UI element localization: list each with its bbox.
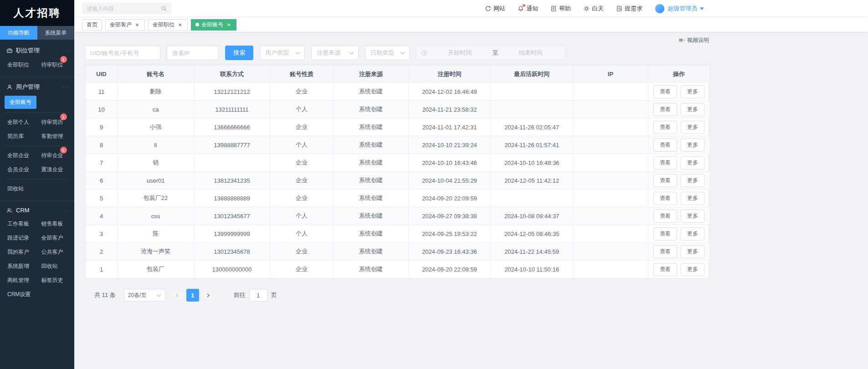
- tags-view-tab[interactable]: 全部客户×: [105, 19, 145, 31]
- table-row: 3陈13999999999个人系统创建2024-09-25 19:53:2220…: [86, 225, 710, 243]
- more-button[interactable]: 更多: [681, 121, 704, 134]
- tag-label: 全部客户: [110, 21, 132, 29]
- more-button[interactable]: 更多: [681, 245, 704, 258]
- view-button[interactable]: 查看: [653, 121, 677, 134]
- feedback-button[interactable]: 提需求: [616, 5, 642, 13]
- theme-toggle-button[interactable]: 白天: [583, 5, 604, 13]
- sidebar-item[interactable]: 置顶企业: [38, 163, 68, 177]
- tab-system-menu[interactable]: 系统菜单: [37, 26, 75, 40]
- sidebar-item[interactable]: 我的客户: [4, 245, 34, 259]
- close-icon[interactable]: ×: [177, 21, 183, 28]
- more-button[interactable]: 更多: [681, 192, 704, 205]
- sidebar-item[interactable]: 全部企业: [4, 149, 34, 163]
- cell-actions: 查看更多: [648, 207, 710, 225]
- more-button[interactable]: 更多: [681, 174, 704, 187]
- sidebar-item[interactable]: 工作看板: [4, 217, 34, 231]
- tags-view-tab[interactable]: 首页: [82, 19, 102, 31]
- sidebar-item[interactable]: 会员企业: [4, 163, 34, 177]
- prev-page-button[interactable]: [171, 289, 184, 302]
- global-search-box[interactable]: [82, 3, 171, 14]
- sidebar-item[interactable]: 简历库: [4, 129, 34, 144]
- sidebar-item[interactable]: 待审简历1: [38, 115, 68, 129]
- sidebar-item-label: 简历库: [7, 133, 24, 139]
- user-type-select[interactable]: 用户类型: [260, 46, 305, 60]
- menu-group: 全部个人待审简历1简历库客勤管理: [0, 115, 74, 144]
- sidebar-section-header-crm[interactable]: CRM···: [0, 203, 74, 217]
- help-button[interactable]: 帮助: [550, 5, 571, 13]
- view-button[interactable]: 查看: [653, 156, 677, 169]
- sidebar-section-header-users[interactable]: 用户管理···: [0, 79, 74, 94]
- sidebar-item-current[interactable]: 全部账号: [5, 96, 36, 109]
- cell-uid: 5: [86, 190, 118, 207]
- page-size-select[interactable]: 20条/页: [124, 289, 165, 302]
- sidebar-section-header-positions[interactable]: 职位管理···: [0, 42, 74, 58]
- more-button[interactable]: 更多: [681, 227, 704, 241]
- sidebar-item[interactable]: 标签历史: [38, 273, 68, 287]
- cell-active-time: 2024-11-26 02:05:47: [491, 118, 573, 136]
- sidebar-item-label: 待审职位: [41, 62, 63, 68]
- view-button[interactable]: 查看: [653, 263, 677, 276]
- sidebar-item[interactable]: 待审企业5: [38, 149, 68, 163]
- tags-view-tab[interactable]: 全部账号×: [191, 19, 236, 31]
- global-search-input[interactable]: [87, 5, 161, 12]
- sidebar-item[interactable]: 商机管理: [4, 273, 34, 287]
- video-help-link[interactable]: 视频说明: [85, 36, 709, 44]
- search-button[interactable]: 搜索: [225, 46, 253, 60]
- cell-source: 系统创建: [334, 190, 409, 207]
- more-button[interactable]: 更多: [681, 156, 704, 169]
- tab-function-nav[interactable]: 功能导航: [0, 26, 37, 40]
- view-button[interactable]: 查看: [653, 210, 677, 223]
- sidebar-item[interactable]: 系统新增: [4, 259, 34, 273]
- view-button[interactable]: 查看: [653, 227, 677, 241]
- register-source-select[interactable]: 注册来源: [311, 46, 359, 60]
- notifications-button[interactable]: 通知: [518, 5, 538, 13]
- chevron-right-icon: [206, 293, 210, 298]
- sidebar: 人才招聘 功能导航 系统菜单 职位管理···全部职位待审职位1用户管理···全部…: [0, 0, 74, 369]
- goto-page-input[interactable]: [249, 289, 267, 302]
- user-menu[interactable]: 超级管理员: [655, 4, 704, 14]
- page-number-button[interactable]: 1: [186, 289, 199, 302]
- sidebar-item[interactable]: 全部职位: [4, 58, 34, 72]
- more-button[interactable]: 更多: [681, 85, 704, 98]
- sidebar-item[interactable]: 全部个人: [4, 115, 34, 129]
- ip-search-input[interactable]: [167, 46, 219, 60]
- sidebar-item[interactable]: CRM设置: [4, 287, 34, 302]
- more-button[interactable]: 更多: [681, 210, 704, 223]
- cell-name: user01: [118, 172, 194, 190]
- sidebar-item[interactable]: 待审职位1: [38, 58, 68, 72]
- date-range-picker[interactable]: 开始时间 至 结束时间: [416, 46, 565, 60]
- website-link[interactable]: 网站: [485, 5, 505, 13]
- cell-uid: 9: [86, 118, 118, 136]
- briefcase-icon: [6, 47, 13, 54]
- table-header: UID账号名联系方式账号性质注册来源注册时间最后活跃时间IP操作: [86, 66, 710, 83]
- view-button[interactable]: 查看: [653, 103, 677, 116]
- more-button[interactable]: 更多: [681, 103, 704, 116]
- view-button[interactable]: 查看: [653, 245, 677, 258]
- cell-active-time: [491, 101, 573, 118]
- cell-reg-time: 2024-09-20 22:09:59: [409, 190, 491, 207]
- sidebar-item[interactable]: 回收站: [38, 259, 68, 273]
- view-button[interactable]: 查看: [653, 85, 677, 98]
- date-type-select[interactable]: 日期类型: [365, 46, 410, 60]
- close-icon[interactable]: ×: [226, 21, 232, 28]
- sidebar-item[interactable]: 销售看板: [38, 217, 68, 231]
- cell-type: 个人: [270, 101, 334, 118]
- sidebar-item[interactable]: 跟进记录: [4, 231, 34, 245]
- next-page-button[interactable]: [202, 289, 215, 302]
- view-button[interactable]: 查看: [653, 174, 677, 187]
- close-icon[interactable]: ×: [134, 21, 140, 28]
- view-button[interactable]: 查看: [653, 192, 677, 205]
- sidebar-item[interactable]: 客勤管理: [38, 129, 68, 144]
- sidebar-item[interactable]: 全部客户: [38, 231, 68, 245]
- more-button[interactable]: 更多: [681, 138, 704, 152]
- more-button[interactable]: 更多: [681, 263, 704, 276]
- tags-view-tab[interactable]: 全部职位×: [148, 19, 188, 31]
- column-header: 注册时间: [409, 66, 491, 83]
- sidebar-item-label: 我的客户: [7, 249, 29, 255]
- sidebar-item[interactable]: 公共客户: [38, 245, 68, 259]
- cell-phone: 13212121212: [194, 83, 270, 101]
- keyword-input[interactable]: [85, 46, 160, 60]
- sidebar-item[interactable]: 回收站: [4, 182, 34, 196]
- view-button[interactable]: 查看: [653, 138, 677, 152]
- cell-active-time: 2024-10-08 09:44:37: [491, 207, 573, 225]
